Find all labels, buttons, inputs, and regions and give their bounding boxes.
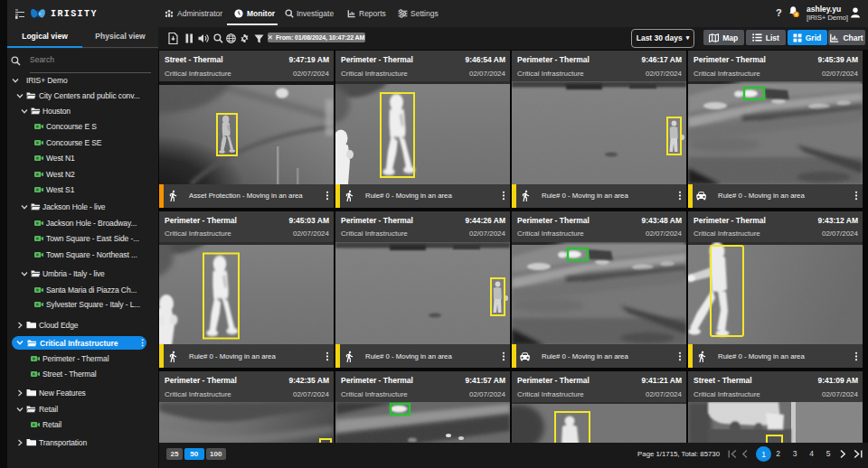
svg-text:4: 4 <box>795 12 797 17</box>
